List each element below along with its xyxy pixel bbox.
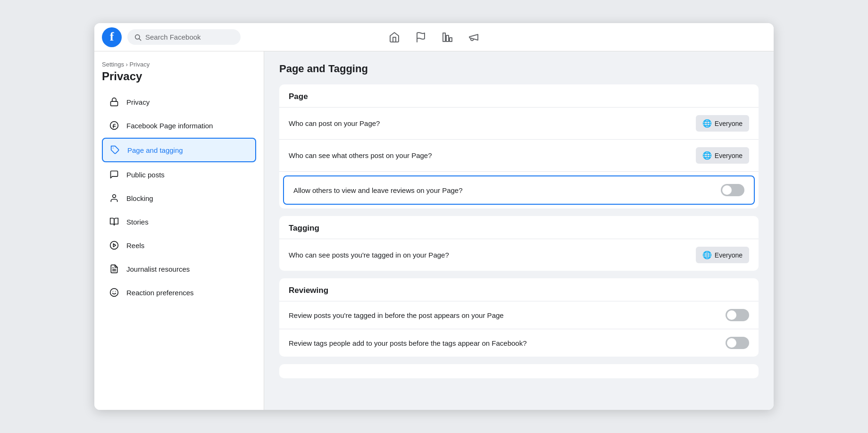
flag-nav-button[interactable] <box>409 26 432 49</box>
review-posts-tagged-label: Review posts you're tagged in before the… <box>289 311 726 319</box>
svg-point-9 <box>113 195 116 198</box>
search-placeholder: Search Facebook <box>145 33 201 41</box>
who-can-see-others-post-btn[interactable]: 🌐 Everyone <box>696 147 749 164</box>
allow-reviews-toggle[interactable] <box>721 184 744 196</box>
sidebar-item-public-posts[interactable]: Public posts <box>102 163 256 186</box>
sidebar-item-label-page-tagging: Page and tagging <box>127 146 183 154</box>
reels-icon <box>108 239 121 252</box>
page-section-title: Page <box>279 84 759 108</box>
browser-window: f Search Facebook <box>94 23 774 410</box>
content-panel: Page and Tagging Page Who can post on yo… <box>264 51 774 410</box>
public-posts-icon <box>108 168 121 181</box>
review-posts-slider <box>726 309 749 321</box>
review-posts-toggle[interactable] <box>726 309 749 321</box>
sidebar-item-reaction-preferences[interactable]: Reaction preferences <box>102 281 256 304</box>
nav-center <box>383 26 485 49</box>
search-icon <box>134 33 142 41</box>
sidebar-title: Privacy <box>102 70 256 83</box>
bar-chart-icon <box>442 32 453 43</box>
svg-rect-3 <box>443 33 445 42</box>
sidebar-item-label-reaction-prefs: Reaction preferences <box>126 289 194 297</box>
review-tags-slider <box>726 337 749 349</box>
sidebar-item-stories[interactable]: Stories <box>102 210 256 233</box>
review-tags-row: Review tags people add to your posts bef… <box>279 329 759 357</box>
stories-icon <box>108 215 121 228</box>
sidebar-item-label-fb-page: Facebook Page information <box>126 122 213 130</box>
facebook-page-info-icon <box>108 119 121 132</box>
bottom-partial-card <box>279 364 759 378</box>
reaction-preferences-icon <box>108 286 121 299</box>
tagging-section-title: Tagging <box>279 216 759 239</box>
who-can-see-tagged-btn[interactable]: 🌐 Everyone <box>696 247 749 263</box>
bottom-partial-row <box>279 364 759 372</box>
svg-point-7 <box>110 122 118 130</box>
reviewing-section-card: Reviewing Review posts you're tagged in … <box>279 278 759 357</box>
who-can-post-row: Who can post on your Page? 🌐 Everyone <box>279 108 759 140</box>
who-can-see-tagged-label: Who can see posts you're tagged in on yo… <box>289 251 696 259</box>
allow-reviews-label: Allow others to view and leave reviews o… <box>293 186 721 194</box>
sidebar-item-label-stories: Stories <box>126 218 149 226</box>
search-bar[interactable]: Search Facebook <box>127 29 241 45</box>
sidebar-item-label-reels: Reels <box>126 241 144 250</box>
globe-icon: 🌐 <box>702 119 712 128</box>
who-can-see-tagged-value: Everyone <box>715 251 743 259</box>
review-tags-toggle[interactable] <box>726 337 749 349</box>
review-tags-label: Review tags people add to your posts bef… <box>289 339 726 347</box>
sidebar-item-journalist-resources[interactable]: Journalist resources <box>102 258 256 280</box>
who-can-see-others-value: Everyone <box>715 152 743 159</box>
sidebar: Settings › Privacy Privacy Privacy <box>94 51 264 410</box>
svg-rect-4 <box>446 35 449 42</box>
page-title: Page and Tagging <box>279 63 759 75</box>
tagging-section-card: Tagging Who can see posts you're tagged … <box>279 216 759 271</box>
page-tagging-icon <box>108 143 122 157</box>
svg-point-10 <box>110 241 118 250</box>
svg-point-14 <box>110 289 118 297</box>
who-can-see-tagged-row: Who can see posts you're tagged in on yo… <box>279 239 759 271</box>
who-can-see-others-post-row: Who can see what others post on your Pag… <box>279 140 759 172</box>
chart-nav-button[interactable] <box>436 26 459 49</box>
sidebar-item-label-journalist: Journalist resources <box>126 265 190 273</box>
allow-reviews-outer: Allow others to view and leave reviews o… <box>279 175 759 205</box>
sidebar-item-reels[interactable]: Reels <box>102 234 256 257</box>
svg-rect-6 <box>111 101 118 106</box>
who-can-post-btn[interactable]: 🌐 Everyone <box>696 115 749 132</box>
sidebar-item-label-privacy: Privacy <box>126 98 150 106</box>
who-can-post-value: Everyone <box>715 120 743 127</box>
svg-marker-11 <box>113 244 116 247</box>
facebook-logo[interactable]: f <box>102 27 122 47</box>
flag-icon <box>415 32 426 43</box>
sidebar-item-blocking[interactable]: Blocking <box>102 187 256 209</box>
reviewing-section-title: Reviewing <box>279 278 759 301</box>
who-can-see-others-post-label: Who can see what others post on your Pag… <box>289 151 696 159</box>
breadcrumb: Settings › Privacy <box>102 61 256 68</box>
top-nav: f Search Facebook <box>94 23 774 51</box>
page-section-card: Page Who can post on your Page? 🌐 Everyo… <box>279 84 759 208</box>
privacy-icon <box>108 95 121 108</box>
svg-rect-5 <box>450 38 452 42</box>
journalist-resources-icon <box>108 262 121 275</box>
globe-icon-3: 🌐 <box>702 250 712 259</box>
toggle-slider <box>721 184 744 196</box>
sidebar-item-page-and-tagging[interactable]: → Page and tagging <box>102 138 256 162</box>
who-can-post-label: Who can post on your Page? <box>289 119 696 127</box>
blocking-icon <box>108 192 121 205</box>
svg-line-1 <box>139 39 141 41</box>
sidebar-item-facebook-page-info[interactable]: Facebook Page information <box>102 114 256 137</box>
home-icon <box>389 32 400 43</box>
review-posts-tagged-row: Review posts you're tagged in before the… <box>279 301 759 329</box>
sidebar-item-label-public-posts: Public posts <box>126 171 165 179</box>
megaphone-icon <box>468 32 479 43</box>
allow-reviews-row: Allow others to view and leave reviews o… <box>283 175 755 205</box>
globe-icon-2: 🌐 <box>702 151 712 160</box>
sidebar-item-privacy[interactable]: Privacy <box>102 91 256 113</box>
sidebar-item-label-blocking: Blocking <box>126 194 153 202</box>
megaphone-nav-button[interactable] <box>462 26 485 49</box>
main-content: Settings › Privacy Privacy Privacy <box>94 51 774 410</box>
home-nav-button[interactable] <box>383 26 406 49</box>
